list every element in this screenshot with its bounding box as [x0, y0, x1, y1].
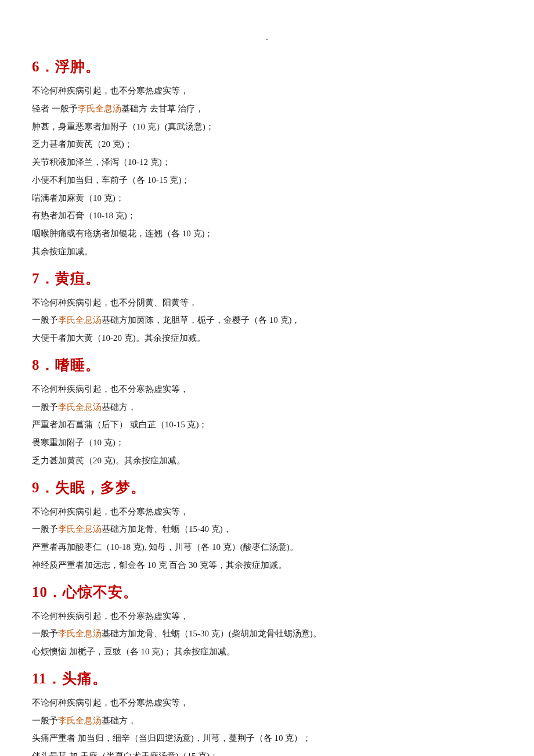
- body-line: 不论何种疾病引起，也不分阴黄、阳黄等，: [32, 294, 502, 312]
- section-title: ．嗜睡。: [40, 357, 100, 373]
- section-heading: 7．黄疸。: [32, 269, 502, 288]
- section-title: ．浮肿。: [40, 59, 100, 74]
- text-run: 轻者 一般予: [32, 104, 78, 113]
- text-run: 一般予: [32, 524, 58, 534]
- section-heading: 6．浮肿。: [32, 57, 502, 76]
- text-run: 喘满者加麻黄（10 克)；: [32, 193, 124, 203]
- body-line: 不论何种疾病引起，也不分寒热虚实等，: [32, 82, 502, 100]
- section-heading: 10．心惊不安。: [32, 582, 502, 602]
- text-run: 咽喉肿痛或有疮疡者加银花，连翘（各 10 克)；: [32, 229, 214, 238]
- body-line: 其余按症加减。: [32, 243, 502, 261]
- section-number: 6: [32, 59, 40, 74]
- body-line: 大便干者加大黄（10-20 克)。其余按症加减。: [32, 329, 502, 347]
- section-number: 7: [32, 271, 40, 286]
- section-number: 11: [32, 671, 47, 686]
- body-line: 一般予李氏全息汤基础方加龙骨、牡蛎（15-30 克）(柴胡加龙骨牡蛎汤意)。: [32, 625, 502, 643]
- section-number: 8: [32, 357, 40, 373]
- body-line: 小便不利加当归，车前子（各 10-15 克)；: [32, 171, 502, 189]
- text-run: 一般予: [32, 716, 58, 725]
- text-run: 大便干者加大黄（10-20 克)。其余按症加减。: [32, 333, 205, 343]
- formula-name-highlight: 李氏全息汤: [58, 402, 102, 412]
- text-run: 不论何种疾病引起，也不分寒热虚实等，: [32, 507, 189, 516]
- text-run: 神经质严重者加远志，郁金各 10 克 百合 30 克等，其余按症加减。: [32, 560, 287, 570]
- text-run: 严重者再加酸枣仁（10-18 克), 知母，川芎（各 10 克）(酸枣仁汤意)。: [32, 542, 298, 552]
- text-run: 基础方加茵陈，龙胆草，栀子，金樱子（各 10 克)，: [102, 315, 301, 325]
- text-run: 不论何种疾病引起，也不分寒热虚实等，: [32, 611, 189, 621]
- body-line: 乏力甚加黄芪（20 克)。其余按症加减。: [32, 452, 502, 470]
- text-run: 一般予: [32, 402, 58, 412]
- text-run: 基础方加龙骨、牡蛎（15-40 克)，: [102, 524, 232, 534]
- section-title: ．心惊不安。: [48, 584, 138, 600]
- section-number: 10: [32, 584, 48, 600]
- section-title: ．头痛。: [47, 671, 107, 686]
- body-line: 神经质严重者加远志，郁金各 10 克 百合 30 克等，其余按症加减。: [32, 556, 502, 574]
- text-run: 基础方 去甘草 治疗，: [121, 104, 204, 113]
- text-run: 一般予: [32, 629, 58, 638]
- text-run: 关节积液加泽兰，泽泻（10-12 克)；: [32, 157, 171, 167]
- formula-name-highlight: 李氏全息汤: [58, 315, 102, 325]
- section-heading: 11．头痛。: [32, 669, 502, 688]
- formula-name-highlight: 李氏全息汤: [78, 104, 121, 113]
- text-run: 基础方加龙骨、牡蛎（15-30 克）(柴胡加龙骨牡蛎汤意)。: [102, 629, 322, 638]
- body-line: 不论何种疾病引起，也不分寒热虚实等，: [32, 694, 502, 712]
- body-line: 心烦懊恼 加栀子，豆豉（各 10 克)； 其余按症加减。: [32, 643, 502, 661]
- text-run: 不论何种疾病引起，也不分寒热虚实等，: [32, 698, 189, 707]
- body-line: 伴头晕甚 加 天麻（半夏白术天麻汤意)（15 克)；: [32, 747, 502, 756]
- section-heading: 9．失眠，多梦。: [32, 478, 502, 497]
- text-run: 心烦懊恼 加栀子，豆豉（各 10 克)； 其余按症加减。: [32, 647, 235, 656]
- section-heading: 8．嗜睡。: [32, 355, 502, 375]
- body-line: 一般予李氏全息汤基础方，: [32, 398, 502, 416]
- document-page: - 6．浮肿。不论何种疾病引起，也不分寒热虚实等，轻者 一般予李氏全息汤基础方 …: [0, 0, 534, 756]
- body-line: 头痛严重者 加当归，细辛（当归四逆汤意)，川芎，蔓荆子（各 10 克）；: [32, 729, 502, 747]
- text-run: 基础方，: [102, 402, 136, 412]
- text-run: 畏寒重加附子（10 克)；: [32, 438, 124, 447]
- body-line: 有热者加石膏（10-18 克)；: [32, 207, 502, 225]
- body-line: 轻者 一般予李氏全息汤基础方 去甘草 治疗，: [32, 100, 502, 118]
- body-line: 一般予李氏全息汤基础方加茵陈，龙胆草，栀子，金樱子（各 10 克)，: [32, 311, 502, 329]
- text-run: 有热者加石膏（10-18 克)；: [32, 211, 136, 220]
- body-line: 不论何种疾病引起，也不分寒热虚实等，: [32, 607, 502, 625]
- document-body: 6．浮肿。不论何种疾病引起，也不分寒热虚实等，轻者 一般予李氏全息汤基础方 去甘…: [32, 57, 502, 756]
- body-line: 畏寒重加附子（10 克)；: [32, 434, 502, 452]
- body-line: 喘满者加麻黄（10 克)；: [32, 189, 502, 207]
- text-run: 乏力甚加黄芪（20 克)。其余按症加减。: [32, 456, 185, 465]
- body-line: 严重者加石菖蒲（后下） 或白芷（10-15 克)；: [32, 416, 502, 434]
- formula-name-highlight: 李氏全息汤: [58, 716, 102, 725]
- section-number: 9: [32, 480, 40, 495]
- body-line: 肿甚，身重恶寒者加附子（10 克）(真武汤意)；: [32, 118, 502, 136]
- section-title: ．失眠，多梦。: [40, 480, 146, 495]
- formula-name-highlight: 李氏全息汤: [58, 629, 102, 638]
- text-run: 不论何种疾病引起，也不分阴黄、阳黄等，: [32, 298, 197, 307]
- text-run: 肿甚，身重恶寒者加附子（10 克）(真武汤意)；: [32, 122, 214, 131]
- body-line: 不论何种疾病引起，也不分寒热虚实等，: [32, 503, 502, 521]
- formula-name-highlight: 李氏全息汤: [58, 524, 102, 534]
- body-line: 不论何种疾病引起，也不分寒热虚实等，: [32, 380, 502, 398]
- body-line: 严重者再加酸枣仁（10-18 克), 知母，川芎（各 10 克）(酸枣仁汤意)。: [32, 538, 502, 556]
- text-run: 乏力甚者加黄芪（20 克)；: [32, 139, 133, 149]
- body-line: 关节积液加泽兰，泽泻（10-12 克)；: [32, 153, 502, 171]
- text-run: 头痛严重者 加当归，细辛（当归四逆汤意)，川芎，蔓荆子（各 10 克）；: [32, 733, 311, 743]
- page-top-mark: -: [32, 35, 502, 44]
- text-run: 伴头晕甚 加 天麻（半夏白术天麻汤意)（15 克)；: [32, 751, 218, 756]
- text-run: 小便不利加当归，车前子（各 10-15 克)；: [32, 175, 190, 185]
- text-run: 不论何种疾病引起，也不分寒热虚实等，: [32, 86, 189, 95]
- body-line: 咽喉肿痛或有疮疡者加银花，连翘（各 10 克)；: [32, 225, 502, 243]
- text-run: 基础方，: [102, 716, 136, 725]
- body-line: 乏力甚者加黄芪（20 克)；: [32, 135, 502, 153]
- text-run: 其余按症加减。: [32, 247, 93, 256]
- body-line: 一般予李氏全息汤基础方加龙骨、牡蛎（15-40 克)，: [32, 520, 502, 538]
- section-title: ．黄疸。: [40, 271, 100, 286]
- text-run: 一般予: [32, 315, 58, 325]
- text-run: 严重者加石菖蒲（后下） 或白芷（10-15 克)；: [32, 420, 208, 429]
- text-run: 不论何种疾病引起，也不分寒热虚实等，: [32, 384, 189, 394]
- body-line: 一般予李氏全息汤基础方，: [32, 712, 502, 730]
